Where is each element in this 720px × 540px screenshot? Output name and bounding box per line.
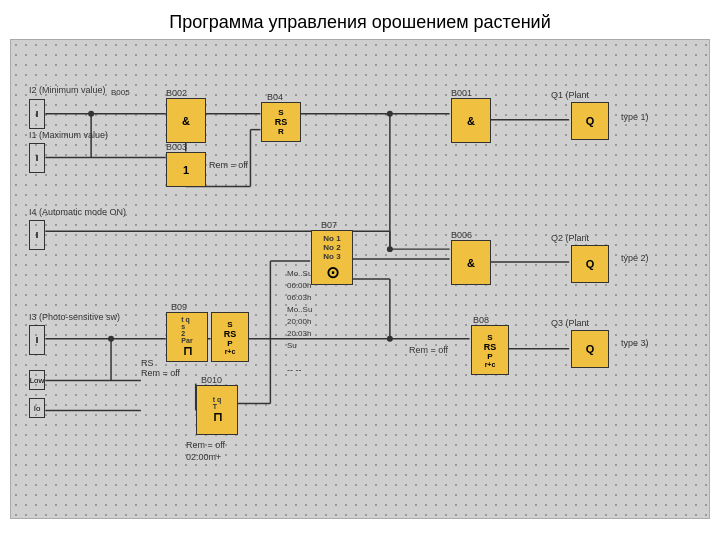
block-B09: t q s 2 Par ⊓ bbox=[166, 312, 208, 362]
block-RS2: S RS P r+c bbox=[211, 312, 249, 362]
input-I4: I bbox=[29, 220, 45, 250]
label-type2: type 2) bbox=[621, 253, 649, 263]
timer-schedule: Mo..Su 06:00h 06:03h Mo..Su 20:00h 20:03… bbox=[287, 268, 312, 352]
coil-Q3: Q bbox=[571, 330, 609, 368]
input-I2: I bbox=[29, 99, 45, 129]
coil-Q2: Q bbox=[571, 245, 609, 283]
label-B006: B006 bbox=[451, 230, 472, 240]
label-B002: B002 bbox=[166, 88, 187, 98]
label-B010: B010 bbox=[201, 375, 222, 385]
label-B07: B07 bbox=[321, 220, 337, 230]
label-B001: B001 bbox=[451, 88, 472, 98]
bottom-rem-off: Rem = off bbox=[186, 440, 225, 450]
label-B04: B04 bbox=[267, 92, 283, 102]
input-I3: I bbox=[29, 325, 45, 355]
label-B09: B09 bbox=[171, 302, 187, 312]
block-B010: t q T ⊓ bbox=[196, 385, 238, 435]
bottom-time: 02:00m+ bbox=[186, 452, 221, 462]
block-B04: S RS R bbox=[261, 102, 301, 142]
input-Io: Io bbox=[29, 398, 45, 418]
svg-point-4 bbox=[88, 111, 94, 117]
label-type1: type 1) bbox=[621, 112, 649, 122]
label-I3: I3 (Photo-sensitive sw) bbox=[29, 312, 120, 322]
label-type3: type 3) bbox=[621, 338, 649, 348]
svg-point-10 bbox=[387, 111, 393, 117]
label-I4: I4 (Automatic mode ON) bbox=[29, 207, 126, 217]
block-B006: & bbox=[451, 240, 491, 285]
diagram-container: I I2 (Minimum value) B005 I I1 (Maximum … bbox=[10, 39, 710, 519]
label-B003: B003 bbox=[166, 142, 187, 152]
label-I1: I1 (Maximum value) bbox=[29, 130, 108, 140]
page-title: Программа управления орошением растений bbox=[0, 0, 720, 39]
block-B001: & bbox=[451, 98, 491, 143]
label-rem-off-low: Rem = off bbox=[141, 368, 180, 378]
input-Low: Low bbox=[29, 370, 45, 390]
coil-Q1: Q bbox=[571, 102, 609, 140]
label-Q2: Q2 (Plant bbox=[551, 233, 589, 243]
label-RS-low: RS bbox=[141, 358, 154, 368]
label-rem-off-right: Rem = off bbox=[409, 345, 448, 355]
label-Q1: Q1 (Plant bbox=[551, 90, 589, 100]
block-B002: & bbox=[166, 98, 206, 143]
input-I1: I bbox=[29, 143, 45, 173]
label-Q3: Q3 (Plant bbox=[551, 318, 589, 328]
label-I2: I2 (Minimum value) bbox=[29, 85, 106, 95]
label-rem-off-1: Rem = off bbox=[209, 160, 248, 170]
block-B003: 1 bbox=[166, 152, 206, 187]
timer-dash: -- -- bbox=[287, 365, 302, 375]
label-B005: B005 bbox=[111, 88, 130, 97]
label-B08: B08 bbox=[473, 315, 489, 325]
block-B07: No 1 No 2 No 3 ⊙ bbox=[311, 230, 353, 285]
block-B08: S RS P r+c bbox=[471, 325, 509, 375]
svg-point-18 bbox=[387, 246, 393, 252]
